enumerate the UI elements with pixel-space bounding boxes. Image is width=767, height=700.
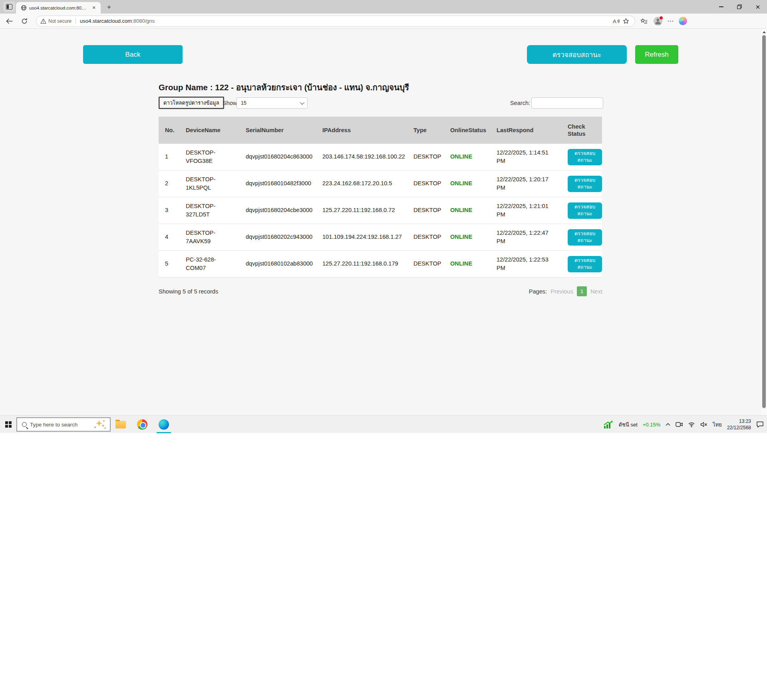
favorite-star-button[interactable]: [621, 16, 631, 26]
cell-type: DESKTOP: [407, 144, 444, 170]
tray-overflow-button[interactable]: [666, 423, 670, 426]
address-divider: [76, 18, 76, 24]
scrollbar-up-arrow-icon[interactable]: [763, 31, 766, 33]
row-check-status-button[interactable]: ตรวจสอบสถานะ: [568, 149, 602, 165]
check-status-all-button[interactable]: ตรวจสอบสถานะ: [527, 45, 627, 64]
taskbar-clock[interactable]: 13:23 22/12/2568: [727, 418, 751, 431]
page-back-button[interactable]: Back: [83, 45, 183, 64]
profile-avatar[interactable]: [654, 17, 662, 26]
web-page: Back ตรวจสอบสถานะ Refresh Group Name : 1…: [0, 29, 767, 415]
minimize-button[interactable]: [712, 0, 730, 14]
not-secure-warning-icon: [40, 18, 46, 24]
window-controls: ✕: [712, 0, 767, 14]
table-row: 4 DESKTOP-7AAVK59 dqvpjst01680202c943000…: [159, 224, 602, 251]
read-aloud-button[interactable]: A: [612, 16, 621, 26]
taskbar-search-box[interactable]: Type here to search: [16, 417, 111, 432]
col-header-serialnumber: SerialNumber: [239, 117, 316, 144]
row-check-status-button[interactable]: ตรวจสอบสถานะ: [568, 256, 602, 272]
col-header-devicename: DeviceName: [179, 117, 239, 144]
cell-onlinestatus: ONLINE: [444, 171, 490, 197]
browser-tab-active[interactable]: uso4.starcatcloud.com:8080/gns ×: [16, 2, 101, 14]
stock-widget-button[interactable]: [603, 420, 614, 429]
records-summary: Showing 5 of 5 records: [159, 288, 218, 295]
browser-window: uso4.starcatcloud.com:8080/gns × + ✕: [0, 0, 767, 415]
maximize-restore-button[interactable]: [730, 0, 749, 14]
cell-no: 2: [159, 171, 179, 197]
col-header-type: Type: [407, 117, 444, 144]
cell-serialnumber: dqvpjst01680202c943000: [239, 224, 316, 250]
cell-ipaddress: 203.146.174.58:192.168.100.22: [316, 144, 407, 170]
cell-checkstatus: ตรวจสอบสถานะ: [561, 224, 602, 250]
row-check-status-button[interactable]: ตรวจสอบสถานะ: [568, 229, 602, 246]
cell-type: DESKTOP: [407, 171, 444, 197]
stock-widget-label[interactable]: ดัชนี set: [619, 420, 638, 429]
settings-menu-button[interactable]: ⋯: [667, 17, 674, 25]
wifi-icon: [688, 422, 695, 427]
stock-change-value[interactable]: +0.15%: [643, 422, 660, 428]
person-icon: [654, 17, 662, 26]
chrome-icon: [137, 419, 147, 430]
collections-icon: [640, 18, 648, 24]
restore-icon: [737, 4, 742, 9]
page-refresh-button[interactable]: Refresh: [635, 45, 678, 64]
new-tab-button[interactable]: +: [104, 3, 114, 12]
cell-devicename: PC-32-628-COM07: [179, 251, 239, 277]
close-window-button[interactable]: ✕: [749, 0, 767, 14]
reload-icon: [21, 18, 28, 24]
favorites-hub-button[interactable]: [639, 16, 649, 26]
col-header-no: No.: [159, 117, 179, 144]
reload-button[interactable]: [18, 15, 30, 27]
browser-toolbar: Not secure uso4.starcatcloud.com:8080/gn…: [0, 14, 767, 29]
action-center-button[interactable]: [756, 421, 764, 428]
edge-button[interactable]: [156, 416, 172, 433]
cell-lastrespond: 12/22/2025, 1:20:17 PM: [490, 171, 561, 197]
row-check-status-button[interactable]: ตรวจสอบสถานะ: [568, 176, 602, 192]
taskbar-search-placeholder: Type here to search: [30, 422, 93, 428]
cell-no: 1: [159, 144, 179, 170]
cell-onlinestatus: ONLINE: [444, 251, 490, 277]
read-aloud-icon: A: [613, 18, 620, 24]
table-header-row: No. DeviceName SerialNumber IPAddress Ty…: [159, 117, 602, 144]
start-button[interactable]: [5, 421, 12, 428]
download-table-image-button[interactable]: ดาวโหลดรูปตารางข้อมูล: [159, 97, 224, 109]
col-header-lastrespond: LastRespond: [490, 117, 561, 144]
page-size-select[interactable]: 15: [236, 97, 308, 109]
cell-checkstatus: ตรวจสอบสถานะ: [561, 144, 602, 170]
cell-type: DESKTOP: [407, 224, 444, 250]
back-nav-button[interactable]: [3, 15, 15, 27]
cell-serialnumber: dqvpjst01680102ab83000: [239, 251, 316, 277]
security-label[interactable]: Not secure: [48, 18, 72, 24]
close-icon: ✕: [755, 4, 761, 10]
volume-muted-button[interactable]: [700, 422, 707, 427]
vertical-scrollbar[interactable]: [761, 29, 767, 415]
chrome-button[interactable]: [134, 416, 150, 433]
cell-onlinestatus: ONLINE: [444, 144, 490, 170]
url-host: uso4.starcatcloud.com: [80, 18, 132, 24]
scrollbar-thumb[interactable]: [762, 35, 766, 408]
table-row: 1 DESKTOP-VFOG38E dqvpjst01680204c863000…: [159, 144, 602, 171]
address-bar[interactable]: Not secure uso4.starcatcloud.com:8080/gn…: [36, 16, 635, 27]
windows-taskbar: Type here to search ดัชนี set +0.15%: [0, 415, 767, 433]
current-page-button[interactable]: 1: [577, 286, 587, 296]
next-page-button[interactable]: Next: [590, 288, 602, 295]
cell-checkstatus: ตรวจสอบสถานะ: [561, 251, 602, 277]
tab-actions-menu-button[interactable]: [3, 2, 15, 12]
previous-page-button[interactable]: Previous: [550, 288, 573, 295]
meet-now-button[interactable]: [676, 422, 683, 427]
vertical-tabs-icon: [6, 4, 12, 10]
cell-lastrespond: 12/22/2025, 1:22:47 PM: [490, 224, 561, 250]
search-highlights-sparkle-icon: [93, 419, 107, 430]
search-input[interactable]: [531, 97, 603, 109]
tab-close-icon[interactable]: ×: [90, 4, 97, 12]
wifi-button[interactable]: [688, 422, 695, 427]
copilot-icon[interactable]: [679, 17, 687, 25]
table-row: 5 PC-32-628-COM07 dqvpjst01680102ab83000…: [159, 251, 602, 278]
pages-label: Pages:: [529, 288, 547, 295]
row-check-status-button[interactable]: ตรวจสอบสถานะ: [568, 202, 602, 219]
cell-lastrespond: 12/22/2025, 1:21:01 PM: [490, 197, 561, 224]
cell-serialnumber: dqvpjst0168010482f3000: [239, 171, 316, 197]
camera-icon: [676, 422, 683, 427]
file-explorer-button[interactable]: [113, 416, 129, 433]
language-indicator[interactable]: ไทย: [713, 420, 722, 429]
search-icon: [22, 422, 27, 427]
